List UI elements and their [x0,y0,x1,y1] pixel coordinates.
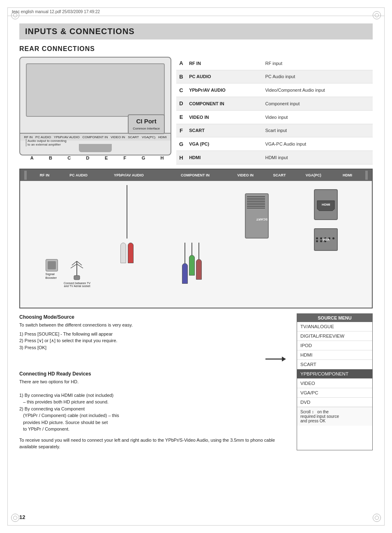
page-number: 12 [19,514,25,520]
bottom-section: Choosing Mode/Source To switch between t… [19,313,373,450]
conn-letter: H [176,151,186,165]
port-label-scart: SCART [128,135,139,139]
conn-label: SCART [186,124,262,137]
tv-aerial-label: Connect between TV and TV Aerial socket [63,282,92,287]
audio-note2: To receive sound you will need to connec… [19,437,290,450]
table-row: F SCART Scart input [176,124,373,137]
conn-desc: HDMI input [262,151,373,165]
ci-port-title: CI Port [136,118,157,125]
connecting-hd-title: Connecting HD Ready Devices [19,370,290,378]
corner-decoration-bl [11,514,19,522]
conn-letter: D [176,97,186,111]
choosing-mode-steps: 1) Press [SOURCE] - The following will a… [19,331,290,351]
source-menu-footer: Scroll ↕ on the required input source an… [297,407,372,426]
conn-desc: VGA-PC Audio input [262,137,373,151]
big-diagram-bar: RF IN PC AUDIO YPbPr/AV AUDIO COMPONENT … [20,169,372,181]
source-menu-item[interactable]: HDMI [297,350,372,360]
bar-segment-r [365,171,368,180]
bar-left-segment [24,171,27,180]
big-bar-video: VIDEO IN [229,173,262,177]
port-label-pcaudio: PC AUDIO [35,135,51,139]
port-label-video: VIDEO IN [111,135,125,139]
big-bar-scart: SCART [263,173,296,177]
aerial-icon [70,259,84,282]
rear-connections-area: CI Port Common Interface Audio output to… [19,57,373,165]
source-menu-item[interactable]: TV/ANALOGUE [297,322,372,331]
rca-red [128,243,134,263]
big-bar-hdmi: HDMI [331,173,364,177]
table-row: B PC AUDIO PC Audio input [176,70,373,83]
source-menu-item[interactable]: VIDEO [297,379,372,388]
corner-decoration-tr [373,11,381,19]
instructions-area: Choosing Mode/Source To switch between t… [19,313,290,450]
letter-h: H [153,155,171,160]
source-menu-header: SOURCE MENU [297,314,372,322]
section-title: INPUTS & CONNECTIONS [19,23,373,39]
connections-table: A RF IN RF input B PC AUDIO PC Audio inp… [176,57,373,165]
tv-screen [26,63,165,117]
page-header: teac english manual 12.pdf 25/03/2009 17… [8,8,384,16]
source-menu-item[interactable]: DVD [297,398,372,407]
conn-desc: Component input [262,97,373,111]
arrow-right-icon [265,354,286,364]
bar-right-segment [365,171,368,180]
letter-row: A B C D E F G H [19,155,171,160]
table-row: E VIDEO IN Video input [176,110,373,124]
connecting-hd-body: There are two options for HD. 1) By conn… [19,378,290,433]
col-hdmi-vga: HDMI VG [305,185,346,296]
header-text: teac english manual 12.pdf 25/03/2009 17… [12,9,100,14]
table-row: G VGA (PC) VGA-PC Audio input [176,137,373,151]
col-comp [175,185,208,296]
conn-desc: Video input [262,110,373,124]
ci-port-subtitle: Common Interface [133,127,160,130]
conn-letter: B [176,70,186,83]
source-menu-item[interactable]: YPBPR/COMPONENT [297,369,372,379]
svg-line-4 [77,264,83,268]
col-ypbpr [113,185,141,296]
subsection-title: REAR CONNECTIONS [19,45,373,53]
choosing-mode-body: To switch between the different connecti… [19,322,290,329]
conn-desc: Scart input [262,124,373,137]
port-label-rfin: RF IN [24,135,32,139]
conn-desc: Video/Component Audio input [262,83,373,97]
source-menu-item[interactable]: VGA/PC [297,388,372,398]
svg-marker-7 [282,357,286,362]
conn-label: COMPONENT IN [186,97,262,111]
port-label-vga: VGA(PC) [142,135,155,139]
bar-segment [24,171,27,180]
conn-label: PC AUDIO [186,70,262,83]
conn-label: HDMI [186,151,262,165]
table-row: C YPbPr/AV AUDIO Video/Component Audio i… [176,83,373,97]
big-bar-vga: VGA(PC) [297,173,330,177]
big-bar-rfin: RF IN [28,173,61,177]
big-bar-comp: COMPONENT IN [163,173,228,177]
conn-label: YPbPr/AV AUDIO [186,83,262,97]
svg-rect-5 [74,276,80,280]
big-diagram: RF IN PC AUDIO YPbPr/AV AUDIO COMPONENT … [19,169,373,308]
conn-letter: A [176,57,186,70]
choosing-mode-title: Choosing Mode/Source [19,313,290,321]
rca-comp2 [189,255,195,276]
letter-f: F [115,155,134,160]
audio-note: Audio output to connecting to an externa… [26,139,67,146]
table-row: H HDMI HDMI input [176,151,373,165]
tv-diagram: CI Port Common Interface Audio output to… [19,57,171,155]
source-menu-items: TV/ANALOGUEDIGITAL/FREEVIEWIPODHDMISCART… [297,322,372,407]
port-label-ypbpr: YPbPr/AV AUDIO [54,135,80,139]
conn-desc: PC Audio input [262,70,373,83]
conn-letter: C [176,83,186,97]
letter-c: C [60,155,78,160]
col-scart: SCART [242,185,271,296]
source-menu-item[interactable]: DIGITAL/FREEVIEW [297,331,372,341]
conn-label: VGA (PC) [186,137,262,151]
source-menu-item[interactable]: SCART [297,360,372,369]
conn-letter: E [176,110,186,124]
rca-comp3 [196,259,202,280]
source-menu-item[interactable]: IPOD [297,341,372,350]
letter-a: A [23,155,41,160]
port-label-comp: COMPONENT IN [82,135,108,139]
corner-decoration-br [373,514,381,522]
vga-label: VGA [323,238,330,241]
letter-g: G [134,155,153,160]
letter-e: E [97,155,115,160]
